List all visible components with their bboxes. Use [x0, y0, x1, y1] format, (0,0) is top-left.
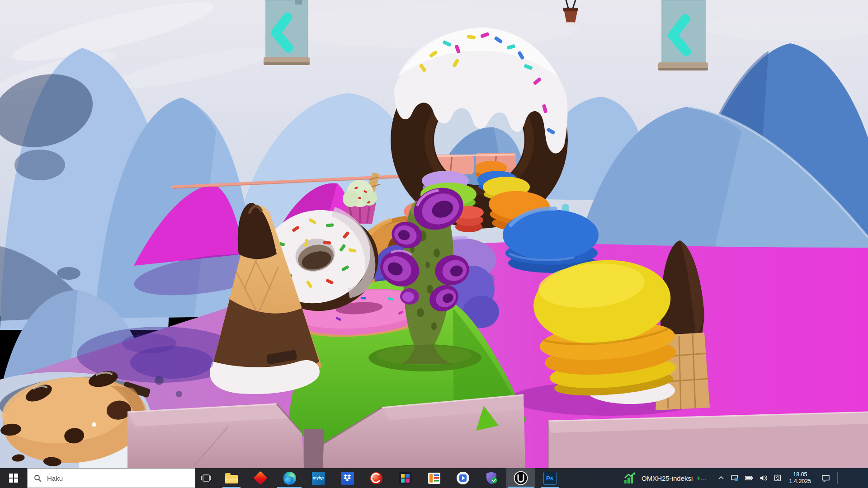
stock-widget[interactable]: OMXH25-indeksi +…: [618, 468, 712, 488]
amd-diamond-icon: [253, 471, 267, 485]
trumpet-flower: [400, 288, 419, 305]
system-tray: 18.05 1.4.2025: [714, 468, 843, 488]
tray-divider: [837, 472, 838, 484]
task-view-icon: [201, 473, 212, 483]
color-tiles-icon: [399, 472, 411, 484]
tray-tablet-mode[interactable]: [771, 468, 785, 488]
file-explorer-icon: [225, 475, 238, 483]
dropbox-icon: [341, 472, 354, 485]
app-photoshop[interactable]: Ps: [535, 468, 564, 488]
app-dropbox[interactable]: [333, 468, 362, 488]
search-input[interactable]: [46, 474, 175, 483]
chevron-up-icon: [717, 474, 725, 482]
banner-right: [658, 0, 708, 70]
taskbar-apps: myhp: [217, 468, 564, 488]
app-red-badge[interactable]: [362, 468, 391, 488]
ledge-far-right: [548, 412, 868, 468]
tray-battery[interactable]: [742, 468, 756, 488]
stock-widget-label: OMXH25-indeksi: [642, 474, 693, 482]
clock-time: 18.05: [793, 471, 807, 478]
hidden-icons-chevron[interactable]: [714, 468, 728, 488]
media-player-icon: [456, 471, 470, 485]
stock-chart-icon: [623, 472, 637, 484]
tray-clock[interactable]: 18.05 1.4.2025: [785, 468, 816, 488]
desktop: myhp: [0, 0, 868, 488]
taskbar: myhp: [0, 468, 868, 488]
clock-date: 1.4.2025: [789, 478, 811, 485]
myhp-icon: myhp: [312, 472, 325, 485]
app-media-player[interactable]: [448, 468, 477, 488]
app-file-explorer[interactable]: [217, 468, 246, 488]
app-microsoft-edge[interactable]: [275, 468, 304, 488]
notification-center-button[interactable]: [816, 468, 836, 488]
ledge-left: [127, 404, 304, 468]
tablet-mode-icon: [774, 474, 782, 482]
speaker-icon: [759, 474, 768, 482]
banner-left: [264, 0, 310, 65]
task-view-button[interactable]: [195, 468, 217, 488]
notification-icon: [821, 474, 830, 483]
start-button[interactable]: [0, 468, 27, 488]
search-icon: [34, 474, 42, 482]
photoshop-icon: Ps: [543, 472, 557, 485]
display-icon: [731, 474, 739, 482]
yellow-macaron-stack: [530, 254, 679, 404]
taskbar-search[interactable]: [27, 468, 195, 488]
game-viewport[interactable]: [0, 0, 868, 468]
stock-widget-change: +…: [697, 474, 707, 482]
app-myhp[interactable]: myhp: [304, 468, 333, 488]
app-unreal-engine[interactable]: [506, 468, 535, 488]
security-shield-icon: [486, 471, 498, 485]
windows-logo-icon: [9, 474, 18, 483]
show-desktop-button[interactable]: [839, 468, 842, 488]
app-color-tiles[interactable]: [391, 468, 420, 488]
battery-icon: [745, 474, 754, 482]
red-badge-icon: [370, 472, 383, 485]
app-security[interactable]: [477, 468, 506, 488]
unreal-engine-icon: [514, 471, 528, 485]
app-amd-software[interactable]: [246, 468, 275, 488]
app-notes[interactable]: [420, 468, 448, 488]
edge-icon: [283, 472, 296, 485]
tray-display-app[interactable]: [728, 468, 742, 488]
notes-icon: [428, 472, 441, 485]
tray-volume[interactable]: [756, 468, 771, 488]
